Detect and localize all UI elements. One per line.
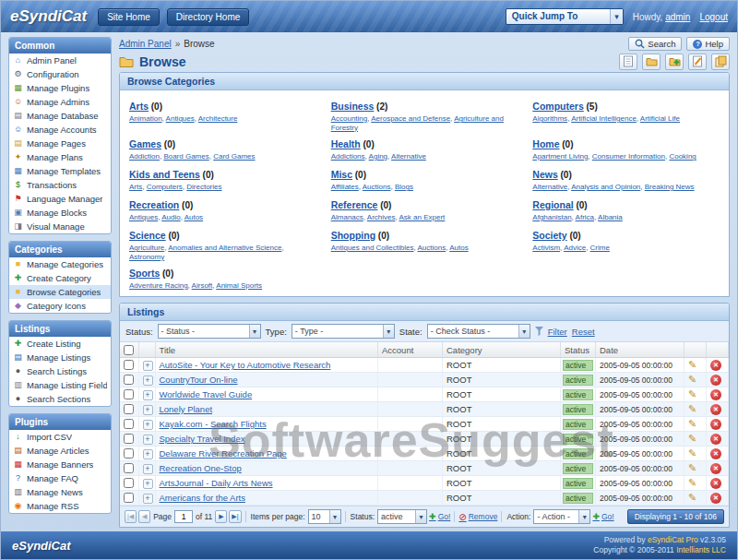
listing-title-link[interactable]: Americans for the Arts: [160, 493, 245, 503]
sidebar-item-category-icons[interactable]: ◆Category Icons: [9, 299, 111, 313]
category-link[interactable]: Kids and Teens: [129, 169, 200, 180]
listing-title-link[interactable]: CountryTour On-line: [160, 375, 238, 385]
edit-icon[interactable]: ✎: [688, 462, 696, 473]
sidebar-item-visual-manage[interactable]: ◨Visual Manage: [9, 220, 111, 233]
sidebar-item-manage-rss[interactable]: ◉Manage RSS: [9, 499, 111, 513]
row-checkbox[interactable]: [124, 463, 134, 473]
subcategory-link[interactable]: Crime: [590, 244, 610, 252]
row-checkbox[interactable]: [124, 389, 134, 399]
logout-link[interactable]: Logout: [699, 12, 728, 22]
search-button[interactable]: Search: [628, 37, 682, 51]
expand-listing-icon[interactable]: +: [143, 479, 153, 489]
edit-icon[interactable]: ✎: [688, 359, 696, 370]
subcategory-link[interactable]: Auctions: [418, 244, 446, 252]
expand-listing-icon[interactable]: +: [143, 464, 153, 474]
subcategory-link[interactable]: Analysis and Opinion: [571, 183, 640, 191]
sidebar-item-manage-accounts[interactable]: ☺Manage Accounts: [9, 123, 111, 137]
category-link[interactable]: Computers: [532, 101, 583, 112]
subcategory-link[interactable]: Arts: [129, 183, 142, 191]
select-all-checkbox[interactable]: [124, 345, 134, 355]
subcategory-link[interactable]: Albania: [598, 213, 623, 221]
category-link[interactable]: Society: [532, 230, 566, 241]
intelliants-link[interactable]: Intelliants LLC: [676, 545, 726, 554]
subcategory-link[interactable]: Aging: [369, 152, 387, 161]
subcategory-link[interactable]: Algorithms: [532, 114, 567, 123]
sidebar-item-manage-admins[interactable]: ☺Manage Admins: [9, 95, 111, 109]
items-per-page-select[interactable]: 10 ▾: [308, 509, 341, 524]
subcategory-link[interactable]: Astronomy: [129, 253, 164, 261]
action-go-button[interactable]: ✚ Go!: [592, 512, 613, 521]
sidebar-item-manage-pages[interactable]: ▤Manage Pages: [9, 137, 111, 150]
row-checkbox[interactable]: [124, 434, 134, 444]
sidebar-item-configuration[interactable]: ⚙Configuration: [9, 67, 111, 81]
documents-icon-button[interactable]: [711, 54, 730, 70]
subcategory-link[interactable]: Accounting: [331, 114, 368, 123]
category-link[interactable]: Misc: [331, 169, 352, 180]
subcategory-link[interactable]: Card Games: [213, 152, 255, 161]
delete-icon[interactable]: ✕: [710, 389, 721, 400]
sidebar-item-manage-database[interactable]: ▤Manage Database: [9, 109, 111, 123]
sidebar-item-search-listings[interactable]: ●Search Listings: [9, 364, 111, 378]
sidebar-item-search-sections[interactable]: ●Search Sections: [9, 392, 111, 406]
edit-icon[interactable]: ✎: [688, 433, 696, 444]
edit-icon[interactable]: ✎: [688, 447, 696, 459]
sidebar-item-manage-articles[interactable]: ▤Manage Articles: [9, 444, 111, 458]
edit-icon[interactable]: ✎: [688, 477, 696, 488]
category-link[interactable]: Shopping: [331, 230, 375, 241]
breadcrumb-admin-panel-link[interactable]: Admin Panel: [119, 39, 172, 49]
sidebar-item-manage-plugins[interactable]: ▦Manage Plugins: [9, 81, 111, 95]
expand-listing-icon[interactable]: +: [143, 435, 153, 445]
subcategory-link[interactable]: Animation: [129, 114, 162, 123]
edit-icon[interactable]: ✎: [688, 388, 696, 399]
category-link[interactable]: Sports: [129, 268, 160, 279]
category-link[interactable]: Home: [532, 138, 559, 149]
delete-icon[interactable]: ✕: [710, 448, 721, 459]
subcategory-link[interactable]: Ask an Expert: [399, 213, 446, 221]
filter-link[interactable]: Filter: [548, 327, 567, 337]
subcategory-link[interactable]: Antiques and Collectibles: [331, 244, 414, 252]
state-filter-select[interactable]: - Check Status - ▾: [427, 324, 530, 339]
last-page-button[interactable]: ▶|: [229, 510, 241, 523]
category-link[interactable]: Regional: [532, 199, 573, 210]
subcategory-link[interactable]: Audio: [161, 213, 180, 221]
help-button[interactable]: ? Help: [686, 37, 730, 51]
sidebar-item-manage-templates[interactable]: ▦Manage Templates: [9, 164, 111, 178]
subcategory-link[interactable]: Directories: [186, 183, 221, 191]
subcategory-link[interactable]: Board Games: [163, 152, 208, 161]
remove-button[interactable]: ⊘ Remove: [458, 512, 497, 522]
sidebar-item-manage-listing-fields[interactable]: ▥Manage Listing Fields: [9, 378, 111, 392]
folder-add-icon-button[interactable]: [665, 54, 684, 70]
row-checkbox[interactable]: [124, 493, 134, 503]
category-link[interactable]: Recreation: [129, 199, 179, 210]
row-checkbox[interactable]: [124, 375, 134, 385]
subcategory-link[interactable]: Addictions: [331, 152, 365, 161]
delete-icon[interactable]: ✕: [710, 375, 721, 386]
row-checkbox[interactable]: [124, 478, 134, 488]
listing-title-link[interactable]: Kayak.com - Search Flights: [160, 419, 267, 429]
sidebar-item-transactions[interactable]: $Transactions: [9, 178, 111, 192]
subcategory-link[interactable]: Artificial Intelligence: [571, 114, 637, 123]
sidebar-item-manage-plans[interactable]: ✦Manage Plans: [9, 150, 111, 164]
listing-title-link[interactable]: Delaware River Recreation Page: [160, 448, 287, 459]
row-checkbox[interactable]: [124, 404, 134, 414]
subcategory-link[interactable]: Advice: [564, 244, 586, 252]
subcategory-link[interactable]: Animal Sports: [216, 281, 262, 290]
status-filter-select[interactable]: - Status - ▾: [158, 324, 261, 339]
expand-listing-icon[interactable]: +: [143, 405, 153, 415]
listing-title-link[interactable]: Lonely Planet: [160, 404, 213, 414]
listing-title-link[interactable]: Recreation One-Stop: [160, 463, 242, 473]
delete-icon[interactable]: ✕: [710, 463, 721, 474]
subcategory-link[interactable]: Autos: [184, 213, 203, 221]
edit-notes-icon-button[interactable]: [688, 54, 707, 70]
listing-title-link[interactable]: AutoSite - Your Key to Automotive Resear…: [160, 360, 331, 370]
edit-icon[interactable]: ✎: [688, 418, 696, 429]
subcategory-link[interactable]: Blogs: [395, 183, 413, 191]
sidebar-item-manage-blocks[interactable]: ▣Manage Blocks: [9, 206, 111, 220]
expand-listing-icon[interactable]: +: [143, 361, 153, 371]
bulk-status-select[interactable]: active ▾: [377, 509, 427, 524]
listing-title-link[interactable]: Worldwide Travel Guide: [160, 389, 253, 399]
subcategory-link[interactable]: Apartment Living: [532, 152, 588, 161]
sidebar-item-manage-categories[interactable]: ■Manage Categories: [9, 257, 111, 271]
listing-title-link[interactable]: ArtsJournal - Daily Arts News: [160, 478, 273, 488]
sidebar-item-create-category[interactable]: ✚Create Category: [9, 271, 111, 285]
